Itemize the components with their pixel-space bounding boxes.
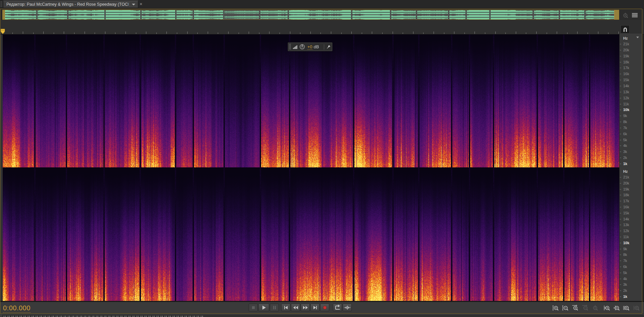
- tab-dropdown-icon[interactable]: [132, 4, 135, 5]
- ruler-tick: [403, 33, 403, 34]
- skip-to-end-button[interactable]: [310, 304, 319, 311]
- ruler-tick: [197, 33, 198, 34]
- hud-gain-value[interactable]: +0: [307, 44, 312, 50]
- frequency-label: 20k: [623, 181, 629, 185]
- frequency-scale-menu-icon[interactable]: [636, 37, 639, 38]
- zoom-in-vertical-button[interactable]: [551, 304, 560, 312]
- frequency-tick: [620, 177, 621, 177]
- frequency-label: 5k: [623, 271, 627, 275]
- frequency-tick: [620, 261, 621, 261]
- overview-left-handle[interactable]: [3, 10, 5, 19]
- frequency-tick: [620, 273, 621, 273]
- panel-menu-icon[interactable]: [632, 13, 638, 19]
- frequency-tick: [620, 50, 621, 50]
- frequency-tick: [620, 225, 621, 225]
- fast-forward-button[interactable]: [301, 304, 310, 311]
- close-tab-button[interactable]: ×: [140, 2, 142, 6]
- frequency-scale-panel: Hz21k20k19k18k17k16k15k14k13k12k11k10k9k…: [619, 34, 642, 301]
- gain-knob-icon[interactable]: [299, 44, 305, 50]
- skip-selection-button[interactable]: [343, 304, 352, 311]
- loop-playback-button[interactable]: [333, 304, 342, 311]
- frequency-label: 17k: [623, 199, 629, 203]
- frequency-unit-label: Hz: [623, 169, 628, 173]
- ruler-tick: [269, 32, 269, 34]
- frequency-label: 2k: [623, 288, 627, 293]
- ruler-tick: [413, 32, 413, 34]
- overview-waveform[interactable]: [5, 10, 614, 19]
- frequency-tick: [620, 56, 621, 56]
- spectrogram-left-gutter: [0, 35, 3, 301]
- frequency-tick: [620, 290, 621, 291]
- frequency-tick: [620, 98, 621, 98]
- ruler-tick: [23, 32, 23, 34]
- magnet-icon: [623, 27, 628, 32]
- ruler-tick: [64, 32, 64, 34]
- zoom-to-selection-button[interactable]: [622, 304, 631, 312]
- ruler-tick: [577, 32, 578, 34]
- frequency-tick: [620, 219, 621, 219]
- frequency-label: 13k: [623, 90, 629, 94]
- ruler-tick: [598, 32, 598, 34]
- spectrogram-channel-right[interactable]: [3, 167, 619, 301]
- frequency-label: 13k: [623, 223, 629, 227]
- ruler-tick: [536, 32, 537, 34]
- ruler-tick: [54, 33, 54, 34]
- play-button[interactable]: [258, 304, 269, 311]
- frequency-label: 9k: [623, 114, 627, 118]
- frequency-tick: [620, 195, 621, 195]
- frequency-label: 19k: [623, 54, 629, 58]
- playhead-marker[interactable]: [0, 29, 5, 34]
- record-button[interactable]: [320, 304, 329, 311]
- volume-hud[interactable]: +0 dB: [288, 42, 333, 51]
- ruler-tick: [351, 32, 352, 34]
- zoom-in-horizontal-button[interactable]: [571, 304, 579, 312]
- zoom-in-at-in-point-button[interactable]: [603, 304, 611, 312]
- time-display[interactable]: 0:00.000: [3, 304, 31, 313]
- frequency-label: 15k: [623, 78, 629, 82]
- level-meter-icon: [293, 45, 297, 49]
- frequency-label: 16k: [623, 72, 629, 76]
- file-tab-title: Редактор: Paul McCartney & Wings - Red R…: [3, 2, 129, 7]
- frequency-tick: [620, 140, 621, 140]
- pin-icon[interactable]: [327, 45, 331, 49]
- frequency-tick: [620, 249, 621, 249]
- status-grip: [0, 315, 2, 317]
- ruler-tick: [74, 33, 75, 34]
- zoom-out-vertical-button[interactable]: [561, 304, 569, 312]
- frequency-tick: [620, 86, 621, 86]
- ruler-tick: [33, 33, 34, 34]
- status-text-clipped: [3, 316, 205, 317]
- frequency-label: 7k: [623, 259, 627, 263]
- ruler-tick: [485, 33, 485, 34]
- frequency-label: 7k: [623, 126, 627, 130]
- spectrogram-channel-left[interactable]: [3, 35, 619, 167]
- overview-right-handle[interactable]: [614, 10, 619, 19]
- frequency-tick: [620, 110, 621, 110]
- panel-grip[interactable]: [0, 1, 2, 7]
- frequency-tick: [620, 164, 621, 164]
- ruler-tick: [362, 33, 362, 34]
- frequency-label: 1k: [623, 162, 627, 166]
- ruler-tick: [495, 32, 496, 34]
- frequency-label: 12k: [623, 96, 629, 100]
- frequency-label: 21k: [623, 42, 629, 46]
- frequency-tick: [620, 297, 621, 297]
- frequency-label: 14k: [623, 84, 629, 88]
- frequency-tick: [620, 183, 621, 183]
- frequency-tick: [620, 243, 621, 243]
- frequency-tick: [620, 152, 621, 152]
- zoom-in-at-out-point-button[interactable]: [612, 304, 621, 312]
- ruler-tick: [526, 33, 526, 34]
- skip-to-start-button[interactable]: [281, 304, 290, 311]
- rewind-button[interactable]: [291, 304, 300, 311]
- frequency-tick: [620, 231, 621, 231]
- ruler-tick: [218, 33, 218, 34]
- frequency-tick: [620, 207, 621, 207]
- hud-drag-handle[interactable]: [289, 44, 291, 50]
- snap-magnet-button[interactable]: [621, 25, 630, 34]
- ruler-tick: [434, 32, 434, 34]
- zoom-out-full-icon[interactable]: [622, 12, 629, 20]
- editor-file-tab[interactable]: Редактор: Paul McCartney & Wings - Red R…: [3, 1, 138, 8]
- ruler-tick: [505, 33, 506, 34]
- ruler-scale[interactable]: чмс 2:004:006:008:0010:0012:0014:0016:00…: [0, 20, 620, 34]
